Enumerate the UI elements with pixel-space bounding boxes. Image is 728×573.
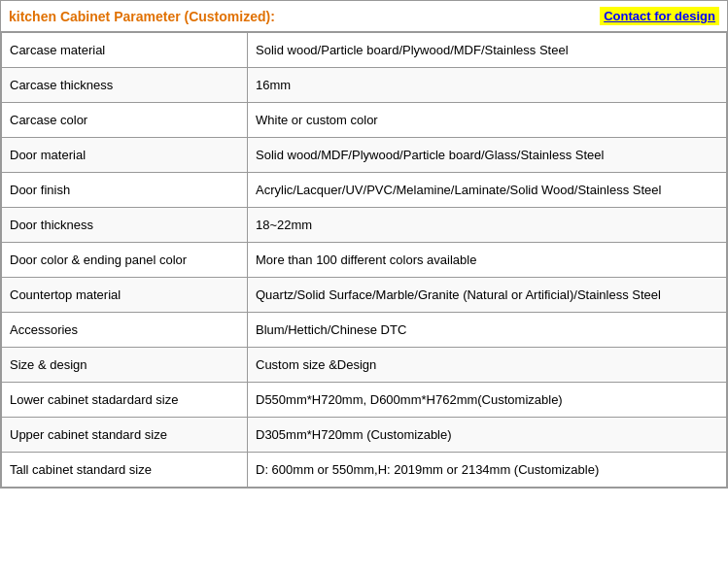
param-value: 16mm [248,68,727,103]
param-value: Blum/Hettich/Chinese DTC [248,313,727,348]
table-row: Upper cabinet standard sizeD305mm*H720mm… [2,418,727,453]
table-row: AccessoriesBlum/Hettich/Chinese DTC [2,313,727,348]
param-value: More than 100 different colors available [248,243,727,278]
param-label: Carcase material [2,33,248,68]
param-value: D305mm*H720mm (Customizable) [248,418,727,453]
param-value: Custom size &Design [248,348,727,383]
param-label: Carcase thickness [2,68,248,103]
table-row: Lower cabinet stadardard sizeD550mm*H720… [2,383,727,418]
param-label: Tall cabinet standard size [2,453,248,488]
page-header: kitchen Cabinet Parameter (Customized): … [1,1,727,32]
param-label: Lower cabinet stadardard size [2,383,248,418]
param-label: Door color & ending panel color [2,243,248,278]
page-wrapper: kitchen Cabinet Parameter (Customized): … [0,0,728,489]
param-label: Accessories [2,313,248,348]
table-row: Door materialSolid wood/MDF/Plywood/Part… [2,138,727,173]
param-label: Size & design [2,348,248,383]
table-row: Carcase colorWhite or custom color [2,103,727,138]
table-row: Carcase materialSolid wood/Particle boar… [2,33,727,68]
param-label: Carcase color [2,103,248,138]
param-value: Solid wood/MDF/Plywood/Particle board/Gl… [248,138,727,173]
page-title: kitchen Cabinet Parameter (Customized): [9,9,275,24]
param-label: Door thickness [2,208,248,243]
table-row: Door thickness18~22mm [2,208,727,243]
param-value: Solid wood/Particle board/Plywood/MDF/St… [248,33,727,68]
parameters-table: Carcase materialSolid wood/Particle boar… [1,32,727,488]
param-value: 18~22mm [248,208,727,243]
table-row: Carcase thickness16mm [2,68,727,103]
contact-for-design-link[interactable]: Contact for design [600,7,719,25]
param-value: D550mm*H720mm, D600mm*H762mm(Customizabl… [248,383,727,418]
param-label: Door finish [2,173,248,208]
param-value: D: 600mm or 550mm,H: 2019mm or 2134mm (C… [248,453,727,488]
param-value: Quartz/Solid Surface/Marble/Granite (Nat… [248,278,727,313]
param-label: Door material [2,138,248,173]
param-value: Acrylic/Lacquer/UV/PVC/Melamine/Laminate… [248,173,727,208]
table-row: Size & designCustom size &Design [2,348,727,383]
param-label: Countertop material [2,278,248,313]
table-row: Countertop materialQuartz/Solid Surface/… [2,278,727,313]
table-row: Door color & ending panel colorMore than… [2,243,727,278]
param-label: Upper cabinet standard size [2,418,248,453]
table-row: Tall cabinet standard sizeD: 600mm or 55… [2,453,727,488]
table-row: Door finishAcrylic/Lacquer/UV/PVC/Melami… [2,173,727,208]
param-value: White or custom color [248,103,727,138]
